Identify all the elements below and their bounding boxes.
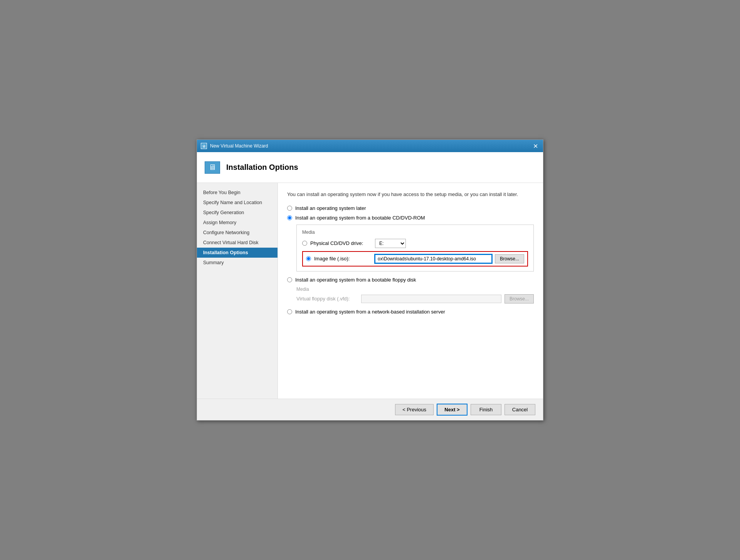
label-install-network[interactable]: Install an operating system from a netwo… bbox=[295, 309, 445, 315]
floppy-media-group: Media Virtual floppy disk (.vfd): Browse… bbox=[296, 287, 534, 303]
cdrom-media-group: Media Physical CD/DVD drive: E: Image fi… bbox=[296, 225, 534, 272]
wizard-window: 🖥 New Virtual Machine Wizard ✕ 🖥 Install… bbox=[197, 139, 543, 421]
label-physical-drive[interactable]: Physical CD/DVD drive: bbox=[310, 240, 372, 246]
radio-image-file[interactable] bbox=[306, 256, 311, 261]
previous-button[interactable]: < Previous bbox=[395, 404, 434, 415]
cdrom-media-label: Media bbox=[302, 230, 528, 235]
option-install-network[interactable]: Install an operating system from a netwo… bbox=[287, 309, 534, 315]
sidebar-item-specify-generation[interactable]: Specify Generation bbox=[197, 208, 278, 218]
iso-path-input[interactable] bbox=[375, 255, 492, 263]
label-install-cdrom[interactable]: Install an operating system from a boota… bbox=[295, 215, 425, 221]
close-button[interactable]: ✕ bbox=[531, 142, 539, 150]
sidebar-item-before-you-begin[interactable]: Before You Begin bbox=[197, 188, 278, 198]
main-panel: You can install an operating system now … bbox=[278, 183, 543, 399]
title-bar: 🖥 New Virtual Machine Wizard ✕ bbox=[197, 140, 543, 152]
option-install-later[interactable]: Install an operating system later bbox=[287, 205, 534, 211]
sidebar-item-summary[interactable]: Summary bbox=[197, 258, 278, 268]
physical-drive-row: Physical CD/DVD drive: E: bbox=[302, 239, 528, 248]
title-bar-left: 🖥 New Virtual Machine Wizard bbox=[201, 143, 268, 149]
label-floppy-vfd: Virtual floppy disk (.vfd): bbox=[296, 296, 358, 302]
label-image-file[interactable]: Image file (.iso): bbox=[314, 256, 372, 262]
title-bar-text: New Virtual Machine Wizard bbox=[210, 143, 268, 149]
label-install-later[interactable]: Install an operating system later bbox=[295, 205, 366, 211]
option-install-floppy[interactable]: Install an operating system from a boota… bbox=[287, 277, 534, 283]
radio-install-floppy[interactable] bbox=[287, 277, 292, 282]
header-area: 🖥 Installation Options bbox=[197, 152, 543, 183]
sidebar-item-configure-networking[interactable]: Configure Networking bbox=[197, 228, 278, 238]
content-area: Before You Begin Specify Name and Locati… bbox=[197, 183, 543, 399]
browse-cdrom-button[interactable]: Browse... bbox=[495, 254, 524, 263]
window-icon: 🖥 bbox=[201, 143, 207, 149]
sidebar: Before You Begin Specify Name and Locati… bbox=[197, 183, 278, 399]
sidebar-item-assign-memory[interactable]: Assign Memory bbox=[197, 218, 278, 228]
radio-install-network[interactable] bbox=[287, 309, 292, 314]
floppy-path-input bbox=[361, 295, 501, 303]
page-title: Installation Options bbox=[226, 163, 298, 172]
sidebar-item-specify-name-location[interactable]: Specify Name and Location bbox=[197, 198, 278, 208]
floppy-drive-row: Virtual floppy disk (.vfd): Browse... bbox=[296, 294, 534, 303]
next-button[interactable]: Next > bbox=[437, 404, 468, 416]
finish-button[interactable]: Finish bbox=[471, 404, 501, 415]
description-text: You can install an operating system now … bbox=[287, 191, 534, 198]
footer: < Previous Next > Finish Cancel bbox=[197, 399, 543, 420]
option-install-cdrom[interactable]: Install an operating system from a boota… bbox=[287, 215, 534, 221]
floppy-media-label: Media bbox=[296, 287, 534, 292]
radio-install-cdrom[interactable] bbox=[287, 215, 292, 220]
cancel-button[interactable]: Cancel bbox=[505, 404, 535, 415]
iso-file-row-highlighted: Image file (.iso): Browse... bbox=[302, 251, 528, 267]
label-install-floppy[interactable]: Install an operating system from a boota… bbox=[295, 277, 416, 283]
browse-floppy-button[interactable]: Browse... bbox=[505, 294, 534, 303]
radio-physical-drive[interactable] bbox=[302, 241, 307, 246]
sidebar-item-installation-options[interactable]: Installation Options bbox=[197, 248, 278, 258]
sidebar-item-connect-virtual-hard-disk[interactable]: Connect Virtual Hard Disk bbox=[197, 238, 278, 248]
physical-drive-select[interactable]: E: bbox=[375, 239, 406, 248]
header-icon: 🖥 bbox=[205, 161, 220, 174]
radio-install-later[interactable] bbox=[287, 206, 292, 211]
